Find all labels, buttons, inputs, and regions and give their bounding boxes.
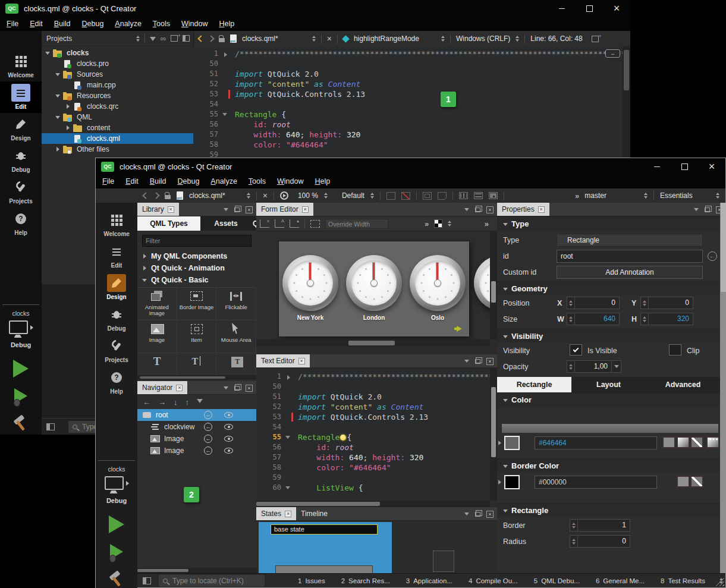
mode-help[interactable]: Help [0,207,42,239]
add-annotation-button[interactable]: Add Annotation [557,266,703,279]
tree-item-clocks[interactable]: clocks [42,48,193,58]
close-panel-icon[interactable] [246,206,253,213]
menu-help[interactable]: Help [315,177,331,185]
navigator-item-image[interactable]: Image [137,433,256,445]
style-selector[interactable]: Default [342,191,364,200]
border-width-stepper[interactable]: 1 [570,519,630,532]
filter-icon[interactable] [150,37,156,44]
expand-icon[interactable] [44,49,52,56]
minimize-button[interactable] [548,0,576,17]
color-gradient-strip[interactable] [502,424,718,433]
close-icon[interactable] [285,511,291,517]
detach-panel-icon[interactable] [705,207,710,212]
panel-menu-icon[interactable] [464,512,469,515]
states-panel-tab[interactable]: States [256,507,296,520]
tab-layout[interactable]: Layout [571,377,646,392]
output-pane-test-results[interactable]: 8Test Results [661,577,705,584]
run-preview-icon[interactable] [280,191,288,200]
form-editor-panel-tab[interactable]: Form Editor [256,203,313,216]
tree-item-qml[interactable]: QML [42,112,193,122]
output-pane-general-me[interactable]: 6General Me... [596,577,645,584]
library-filter-input[interactable] [142,235,252,247]
sidebar-icon[interactable] [183,35,190,42]
border-color-swatch[interactable] [504,475,520,489]
gradient-picker-button[interactable] [706,436,719,448]
detach-panel-icon[interactable] [475,359,480,364]
back-icon[interactable] [142,192,149,199]
line-ending-selector[interactable]: Windows (CRLF) [456,34,510,43]
menu-debug[interactable]: Debug [178,177,200,185]
code-line[interactable]: 54 [193,99,630,109]
minimize-button[interactable] [643,158,671,175]
border-color-section-header[interactable]: Border Color [497,458,720,473]
move-left-icon[interactable]: ← [143,398,150,407]
rows-view-icon[interactable] [474,192,483,199]
menu-window[interactable]: Window [181,20,208,28]
tree-item-sources[interactable]: Sources [42,69,193,80]
no-snap-icon[interactable] [401,192,410,200]
code-line[interactable]: 56 id: root [256,442,497,452]
menu-tools[interactable]: Tools [249,177,266,185]
library-item-text-input[interactable] [216,353,256,376]
close-document-icon[interactable]: × [327,34,332,43]
library-item-flickable[interactable]: Flickable [216,288,256,320]
toggle-left-sidebar-icon[interactable] [46,423,55,430]
id-input[interactable]: root [557,250,703,263]
move-right-icon[interactable]: → [158,398,166,407]
x-position-stepper[interactable]: 0 [567,297,620,309]
visibility-section-header[interactable]: Visibility [497,329,720,343]
tree-item-other-files[interactable]: Other files [42,144,193,155]
code-line[interactable]: 1/**************************************… [193,49,630,59]
mode-design[interactable]: Design [0,113,42,144]
code-line[interactable]: 55Rectangle { [193,109,630,120]
mode-welcome[interactable]: Welcome [0,50,42,81]
mode-help[interactable]: Help [96,366,137,398]
navigator-horizontal-scrollbar[interactable] [137,568,256,573]
mode-projects[interactable]: Projects [0,176,42,207]
forward-icon[interactable] [208,35,214,42]
perspective-selector[interactable]: Essentials [660,191,693,200]
export-toggle-icon[interactable] [204,435,212,443]
transparent-button[interactable] [690,476,703,488]
code-line[interactable]: 55Rectangle{ [256,432,497,442]
output-pane-issues[interactable]: 1Issues [298,577,325,584]
library-item-image[interactable]: Image [137,320,177,353]
code-line[interactable]: 50 [256,382,497,392]
code-line[interactable]: 53import QtQuick.Controls 2.13 [256,412,497,422]
clip-checkbox[interactable] [669,344,681,356]
close-button[interactable] [603,0,630,17]
close-icon[interactable] [176,385,183,391]
menu-build[interactable]: Build [54,20,71,28]
solid-color-button[interactable] [677,476,690,488]
library-item-text-edit[interactable] [177,353,217,376]
fold-marker[interactable] [285,436,290,439]
symbol-dropdown-arrows[interactable] [441,36,445,42]
close-panel-icon[interactable] [246,385,253,392]
debug-run-button[interactable] [14,384,27,408]
library-item-border-image[interactable]: Border Image [177,288,217,320]
clock-london[interactable] [346,255,402,311]
code-line[interactable]: 60 ListView { [256,483,497,493]
tree-item-clocks-qml[interactable]: clocks.qml [42,133,193,144]
fold-marker[interactable] [224,52,227,57]
back-icon[interactable] [197,35,204,42]
panel-menu-icon[interactable] [224,208,228,211]
overflow-chevrons[interactable]: » [485,219,489,228]
override-width-input[interactable] [325,219,388,229]
grid-view-icon[interactable] [489,192,498,199]
expand-icon[interactable] [498,480,501,485]
menu-build[interactable]: Build [150,177,166,185]
build-button[interactable] [108,567,125,588]
columns-view-icon[interactable] [459,192,468,199]
mode-edit[interactable]: Edit [96,240,137,272]
bounding-rect-icon[interactable] [423,192,432,200]
tab-advanced[interactable]: Advanced [646,377,720,392]
panel-menu-icon[interactable] [694,208,699,211]
solid-color-button[interactable] [662,436,675,448]
navigator-panel-tab[interactable]: Navigator [137,381,187,394]
timeline-panel-tab[interactable]: Timeline [296,507,332,520]
detach-panel-icon[interactable] [475,512,480,517]
library-item-item[interactable]: Item [177,320,217,353]
code-line[interactable]: 56 id: root [193,120,630,130]
code-line[interactable]: 50 [193,59,630,69]
